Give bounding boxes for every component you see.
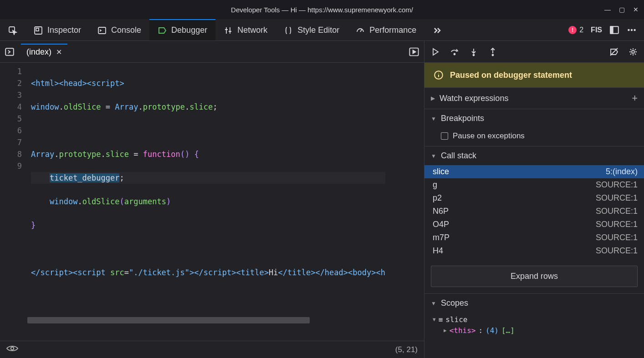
frame-location: SOURCE:1 [596, 207, 638, 216]
scope-fn-name: slice [445, 314, 467, 325]
svg-point-8 [634, 29, 635, 30]
frame-location: SOURCE:1 [596, 220, 638, 229]
step-in-button[interactable] [469, 47, 478, 56]
add-watch-button[interactable]: + [632, 92, 638, 104]
expanded-twisty-icon: ▼ [431, 153, 436, 159]
inspector-icon [34, 26, 43, 35]
info-icon [434, 70, 444, 80]
cursor-position: (5, 21) [395, 345, 418, 354]
tabs-overflow-button[interactable] [424, 19, 450, 40]
tab-style-editor[interactable]: Style Editor [276, 19, 348, 40]
callstack-list: slice5:(index)gSOURCE:1p2SOURCE:1N6PSOUR… [424, 165, 644, 259]
source-panel: (index) ✕ 123456789 <html><head><script>… [0, 41, 424, 358]
maximize-button[interactable]: ▢ [619, 6, 625, 13]
svg-point-12 [454, 53, 455, 55]
source-tab-row: (index) ✕ [0, 41, 424, 63]
tab-network[interactable]: Network [215, 19, 276, 40]
watch-expression-icon[interactable] [6, 345, 18, 354]
debugger-settings-button[interactable] [629, 47, 638, 56]
svg-point-6 [628, 29, 629, 30]
disable-breakpoints-button[interactable] [609, 47, 618, 56]
run-icon [409, 46, 419, 57]
expand-rows-label: Expand rows [511, 272, 558, 281]
scope-this-length: (4) [486, 325, 499, 336]
devtools-toolbar: Inspector Console Debugger Network Style… [0, 19, 644, 41]
tab-console[interactable]: Console [89, 19, 149, 40]
callstack-frame[interactable]: H4SOURCE:1 [424, 244, 644, 257]
tab-debugger[interactable]: Debugger [149, 19, 215, 40]
watch-expressions-label: Watch expressions [440, 94, 508, 103]
callstack-frame[interactable]: O4PSOURCE:1 [424, 218, 644, 231]
callstack-frame[interactable]: p2SOURCE:1 [424, 192, 644, 205]
svg-point-14 [492, 54, 494, 55]
pause-on-exceptions-row[interactable]: Pause on exceptions [424, 128, 644, 146]
error-count-badge[interactable]: ! 2 [568, 26, 583, 34]
frame-location: SOURCE:1 [596, 180, 638, 190]
sources-tree-button[interactable] [5, 47, 15, 57]
chevron-double-right-icon [433, 26, 442, 35]
svg-point-11 [11, 347, 14, 350]
scopes-label: Scopes [441, 298, 468, 308]
expand-rows-button[interactable]: Expand rows [431, 266, 638, 287]
svg-rect-5 [610, 26, 613, 33]
dock-side-icon[interactable] [609, 25, 619, 35]
run-to-button[interactable] [409, 46, 419, 57]
frame-function: N6P [433, 207, 449, 216]
svg-point-7 [631, 29, 633, 30]
checkbox-icon[interactable] [441, 132, 448, 140]
file-tab-index[interactable]: (index) ✕ [21, 44, 67, 60]
callstack-frame[interactable]: slice5:(index) [424, 165, 644, 178]
horizontal-scrollbar[interactable] [27, 317, 310, 323]
tab-inspector-label: Inspector [47, 25, 81, 35]
pick-element-button[interactable] [0, 19, 26, 40]
scope-this-row[interactable]: ▶ <this>: (4) […] [433, 325, 638, 336]
expanded-twisty-icon: ▼ [431, 300, 436, 307]
callstack-label: Call stack [441, 151, 476, 161]
tab-inspector[interactable]: Inspector [26, 19, 89, 40]
scope-this-label: <this> [450, 325, 476, 336]
tab-console-label: Console [111, 25, 141, 35]
watch-expressions-header[interactable]: ▶ Watch expressions + [424, 87, 644, 109]
tab-debugger-label: Debugger [171, 25, 207, 35]
frame-function: H4 [433, 246, 443, 256]
frame-function: m7P [433, 233, 450, 242]
frame-function: p2 [433, 193, 442, 203]
debugger-sidebar: Paused on debugger statement ▶ Watch exp… [424, 41, 644, 358]
tab-style-editor-label: Style Editor [297, 25, 339, 35]
pick-icon [8, 26, 17, 35]
pause-on-exceptions-label: Pause on exceptions [453, 131, 525, 141]
scopes-body: ▼ ≡ slice ▶ <this>: (4) […] [424, 313, 644, 340]
code-editor[interactable]: 123456789 <html><head><script> window.ol… [0, 63, 424, 341]
tab-performance[interactable]: Performance [348, 19, 424, 40]
close-window-button[interactable]: ✕ [633, 6, 639, 13]
meatball-menu-icon[interactable] [627, 25, 637, 35]
breakpoints-header[interactable]: ▼ Breakpoints [424, 109, 644, 128]
resume-button[interactable] [431, 47, 440, 56]
tab-network-label: Network [237, 25, 267, 35]
callstack-frame[interactable]: N6PSOURCE:1 [424, 205, 644, 218]
file-tab-label: (index) [26, 47, 51, 57]
breakpoints-label: Breakpoints [441, 114, 484, 123]
callstack-frame[interactable]: gSOURCE:1 [424, 178, 644, 192]
frame-function: O4P [433, 220, 449, 229]
tab-performance-label: Performance [369, 25, 416, 35]
scope-frame-row[interactable]: ▼ ≡ slice [433, 314, 638, 325]
frame-function: g [433, 180, 437, 190]
callstack-header[interactable]: ▼ Call stack [424, 146, 644, 165]
scopes-header[interactable]: ▼ Scopes [424, 293, 644, 313]
step-over-button[interactable] [450, 47, 459, 56]
svg-point-15 [632, 50, 634, 53]
close-tab-button[interactable]: ✕ [56, 48, 62, 56]
svg-rect-3 [98, 27, 106, 34]
minimize-button[interactable]: — [604, 6, 611, 13]
window-title: Developer Tools — Hi — https://www.supre… [231, 6, 413, 14]
callstack-frame[interactable]: m7PSOURCE:1 [424, 231, 644, 244]
style-editor-icon [284, 26, 293, 35]
svg-rect-2 [36, 28, 39, 31]
step-out-button[interactable] [488, 47, 497, 56]
window-titlebar: Developer Tools — Hi — https://www.supre… [0, 0, 644, 19]
fis-button[interactable]: FIS [591, 26, 602, 34]
paused-banner: Paused on debugger statement [424, 63, 644, 87]
frame-location: SOURCE:1 [596, 233, 638, 242]
frame-location: SOURCE:1 [596, 246, 638, 256]
